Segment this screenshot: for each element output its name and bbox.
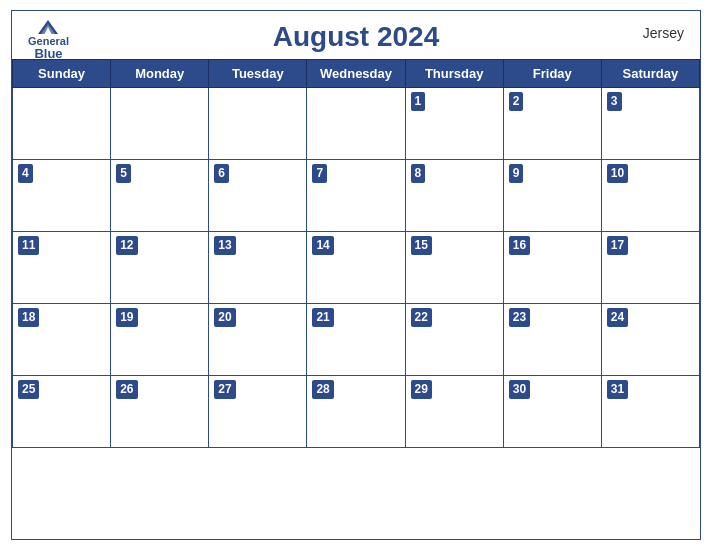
day-cell-3: 3 [601, 88, 699, 160]
date-number: 31 [607, 380, 628, 399]
calendar-title: August 2024 [273, 21, 440, 53]
date-number: 6 [214, 164, 229, 183]
calendar-header: General Blue August 2024 Jersey [12, 11, 700, 59]
logo-icon [37, 19, 59, 35]
date-number: 13 [214, 236, 235, 255]
date-number: 20 [214, 308, 235, 327]
date-number: 26 [116, 380, 137, 399]
calendar-grid: SundayMondayTuesdayWednesdayThursdayFrid… [12, 59, 700, 448]
date-number: 2 [509, 92, 524, 111]
date-number: 8 [411, 164, 426, 183]
day-cell-14: 14 [307, 232, 405, 304]
day-cell-24: 24 [601, 304, 699, 376]
date-number: 28 [312, 380, 333, 399]
empty-cell [111, 88, 209, 160]
week-row-5: 25262728293031 [13, 376, 700, 448]
logo-blue-text: Blue [34, 47, 62, 60]
day-cell-20: 20 [209, 304, 307, 376]
day-cell-19: 19 [111, 304, 209, 376]
day-cell-6: 6 [209, 160, 307, 232]
date-number: 29 [411, 380, 432, 399]
day-cell-7: 7 [307, 160, 405, 232]
date-number: 21 [312, 308, 333, 327]
day-cell-5: 5 [111, 160, 209, 232]
day-cell-27: 27 [209, 376, 307, 448]
day-header-wednesday: Wednesday [307, 60, 405, 88]
day-header-tuesday: Tuesday [209, 60, 307, 88]
date-number: 3 [607, 92, 622, 111]
calendar-container: General Blue August 2024 Jersey SundayMo… [11, 10, 701, 540]
empty-cell [209, 88, 307, 160]
empty-cell [307, 88, 405, 160]
date-number: 5 [116, 164, 131, 183]
date-number: 16 [509, 236, 530, 255]
day-cell-16: 16 [503, 232, 601, 304]
day-cell-28: 28 [307, 376, 405, 448]
day-header-sunday: Sunday [13, 60, 111, 88]
date-number: 25 [18, 380, 39, 399]
day-header-monday: Monday [111, 60, 209, 88]
day-cell-4: 4 [13, 160, 111, 232]
region-label: Jersey [643, 25, 684, 41]
date-number: 9 [509, 164, 524, 183]
day-cell-25: 25 [13, 376, 111, 448]
date-number: 7 [312, 164, 327, 183]
date-number: 18 [18, 308, 39, 327]
day-cell-29: 29 [405, 376, 503, 448]
date-number: 11 [18, 236, 39, 255]
day-cell-1: 1 [405, 88, 503, 160]
week-row-1: 123 [13, 88, 700, 160]
empty-cell [13, 88, 111, 160]
logo-area: General Blue [28, 19, 69, 60]
day-cell-23: 23 [503, 304, 601, 376]
week-row-2: 45678910 [13, 160, 700, 232]
day-header-saturday: Saturday [601, 60, 699, 88]
date-number: 19 [116, 308, 137, 327]
date-number: 12 [116, 236, 137, 255]
day-cell-13: 13 [209, 232, 307, 304]
date-number: 15 [411, 236, 432, 255]
day-cell-26: 26 [111, 376, 209, 448]
date-number: 24 [607, 308, 628, 327]
day-cell-11: 11 [13, 232, 111, 304]
date-number: 14 [312, 236, 333, 255]
day-cell-8: 8 [405, 160, 503, 232]
day-cell-31: 31 [601, 376, 699, 448]
day-cell-18: 18 [13, 304, 111, 376]
day-cell-22: 22 [405, 304, 503, 376]
day-cell-21: 21 [307, 304, 405, 376]
date-number: 1 [411, 92, 426, 111]
date-number: 17 [607, 236, 628, 255]
day-cell-9: 9 [503, 160, 601, 232]
day-cell-12: 12 [111, 232, 209, 304]
day-cell-17: 17 [601, 232, 699, 304]
day-cell-15: 15 [405, 232, 503, 304]
day-header-friday: Friday [503, 60, 601, 88]
date-number: 10 [607, 164, 628, 183]
date-number: 30 [509, 380, 530, 399]
day-header-row: SundayMondayTuesdayWednesdayThursdayFrid… [13, 60, 700, 88]
day-header-thursday: Thursday [405, 60, 503, 88]
day-cell-10: 10 [601, 160, 699, 232]
day-cell-2: 2 [503, 88, 601, 160]
date-number: 27 [214, 380, 235, 399]
date-number: 23 [509, 308, 530, 327]
day-cell-30: 30 [503, 376, 601, 448]
week-row-4: 18192021222324 [13, 304, 700, 376]
date-number: 4 [18, 164, 33, 183]
week-row-3: 11121314151617 [13, 232, 700, 304]
date-number: 22 [411, 308, 432, 327]
